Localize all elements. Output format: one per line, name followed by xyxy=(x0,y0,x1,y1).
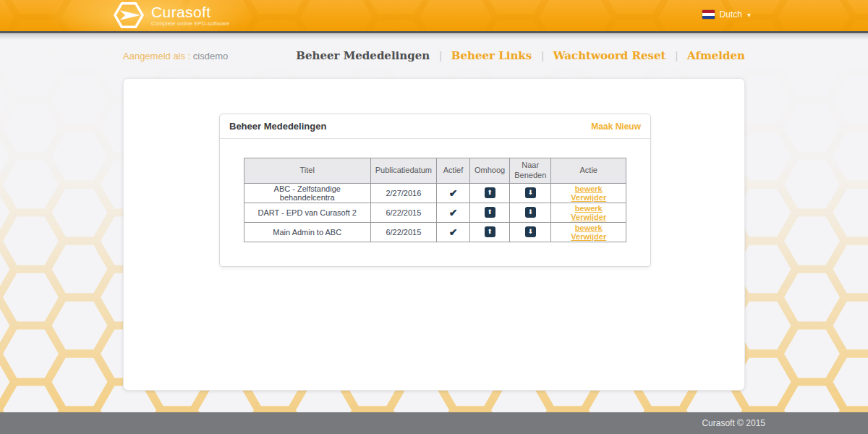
column-header-publicatiedatum: Publicatiedatum xyxy=(370,158,436,184)
column-header-naar-beneden: Naar Beneden xyxy=(510,158,551,184)
curasoft-logo-icon xyxy=(113,1,145,30)
table-row: ABC - Zelfstandige behandelcentra 2/27/2… xyxy=(244,183,626,203)
table-row: DART - EPD van Curasoft 2 6/22/2015 ✔ ⬆ … xyxy=(244,203,626,222)
check-icon: ✔ xyxy=(449,226,458,238)
content-card: Beheer Mededelingen Maak Nieuw Titel Pub… xyxy=(123,78,745,391)
bewerk-link[interactable]: bewerk xyxy=(575,204,603,213)
maak-nieuw-button[interactable]: Maak Nieuw xyxy=(591,122,641,132)
table-row: Main Admin to ABC 6/22/2015 ✔ ⬆ ⬇ bewerk… xyxy=(244,222,626,242)
nav-item-afmelden[interactable]: Afmelden xyxy=(687,49,745,62)
nav-row: Aangemeld als : cisdemo Beheer Mededelin… xyxy=(123,33,745,78)
logged-in-status: Aangemeld als : cisdemo xyxy=(123,51,228,61)
move-up-button[interactable]: ⬆ xyxy=(485,226,495,237)
bewerk-link[interactable]: bewerk xyxy=(575,224,603,232)
column-header-actief: Actief xyxy=(437,158,470,184)
move-up-button[interactable]: ⬆ xyxy=(485,187,495,198)
nav-separator: | xyxy=(675,50,678,61)
check-icon: ✔ xyxy=(449,187,458,199)
move-up-button[interactable]: ⬆ xyxy=(485,207,495,218)
check-icon: ✔ xyxy=(449,207,458,218)
cell-publicatiedatum: 2/27/2016 xyxy=(370,183,436,203)
brand: Curasoft Complete online EPD-software xyxy=(113,1,229,30)
language-label: Dutch xyxy=(720,9,742,20)
move-down-button[interactable]: ⬇ xyxy=(525,187,536,198)
move-down-button[interactable]: ⬇ xyxy=(525,226,536,237)
cell-publicatiedatum: 6/22/2015 xyxy=(370,222,436,242)
brand-name: Curasoft xyxy=(151,4,229,20)
column-header-omhoog: Omhoog xyxy=(470,158,510,184)
panel-header: Beheer Mededelingen Maak Nieuw xyxy=(220,114,650,139)
nav-separator: | xyxy=(439,50,442,61)
mededelingen-table: Titel Publicatiedatum Actief Omhoog Naar… xyxy=(244,158,627,242)
caret-down-icon: ▾ xyxy=(747,11,751,19)
table-header-row: Titel Publicatiedatum Actief Omhoog Naar… xyxy=(244,158,626,184)
column-header-titel: Titel xyxy=(244,158,370,184)
nav-separator: | xyxy=(541,50,544,61)
nav-item-beheer-mededelingen[interactable]: Beheer Mededelingen xyxy=(296,49,430,62)
bewerk-link[interactable]: bewerk xyxy=(575,184,603,193)
logged-in-label: Aangemeld als : xyxy=(123,51,190,61)
main-navigation: Beheer Mededelingen | Beheer Links | Wac… xyxy=(296,49,745,62)
brand-tagline: Complete online EPD-software xyxy=(151,20,229,27)
language-selector[interactable]: Dutch ▾ xyxy=(702,9,751,20)
footer-bar: Curasoft © 2015 xyxy=(0,412,868,434)
panel-title: Beheer Mededelingen xyxy=(229,121,326,132)
cell-titel: ABC - Zelfstandige behandelcentra xyxy=(244,183,370,203)
verwijder-link[interactable]: Verwijder xyxy=(571,193,606,202)
copyright-text: Curasoft © 2015 xyxy=(702,418,765,428)
nav-item-beheer-links[interactable]: Beheer Links xyxy=(451,49,532,62)
logged-in-username: cisdemo xyxy=(193,51,228,61)
verwijder-link[interactable]: Verwijder xyxy=(571,232,606,241)
cell-publicatiedatum: 6/22/2015 xyxy=(370,203,436,222)
verwijder-link[interactable]: Verwijder xyxy=(571,213,606,221)
move-down-button[interactable]: ⬇ xyxy=(525,207,536,218)
nav-item-wachtwoord-reset[interactable]: Wachtwoord Reset xyxy=(553,49,666,62)
beheer-mededelingen-panel: Beheer Mededelingen Maak Nieuw Titel Pub… xyxy=(219,114,651,267)
nl-flag-icon xyxy=(702,10,715,19)
cell-titel: DART - EPD van Curasoft 2 xyxy=(244,203,370,222)
top-header-bar: Curasoft Complete online EPD-software Du… xyxy=(0,0,868,31)
column-header-actie: Actie xyxy=(551,158,626,184)
cell-titel: Main Admin to ABC xyxy=(244,222,370,242)
